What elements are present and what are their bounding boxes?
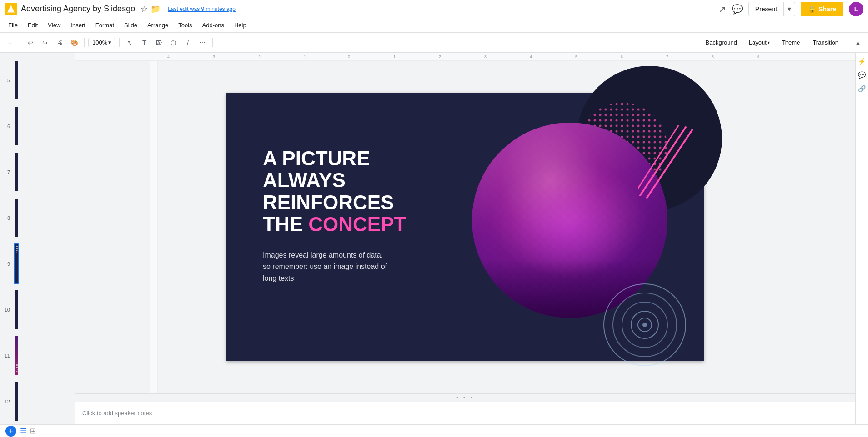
transition-button[interactable]: Transition [807, 37, 844, 48]
layout-button[interactable]: Layout ▾ [744, 37, 774, 48]
canvas-scroll[interactable]: -1 0 1 2 3 [75, 61, 855, 393]
present-label[interactable]: Present [749, 2, 783, 16]
shape-tool[interactable]: ⬡ [167, 36, 180, 49]
svg-text:6: 6 [621, 55, 623, 59]
right-panel-comment-icon[interactable]: 💬 [857, 70, 867, 80]
collapse-panel-button[interactable]: ▲ [852, 36, 864, 49]
menu-help[interactable]: Help [230, 20, 251, 30]
slide-wrapper-8: 8 WHAT DO WE DO? [0, 196, 75, 240]
slide-item-7[interactable]: WHAT SETS US APART? [14, 152, 19, 192]
svg-text:-4: -4 [166, 55, 170, 59]
menu-addons[interactable]: Add-ons [198, 20, 229, 30]
slide-wrapper-11: 11 A PICTURE IS WORTH ATHOUSAND WORDS [0, 333, 75, 377]
slide-wrapper-5: 5 OUR AGENCY 01 [0, 58, 75, 102]
star-icon[interactable]: ☆ [140, 4, 148, 14]
slide-number-10: 10 [0, 307, 10, 313]
headline-line1: A PICTURE [263, 148, 406, 169]
concentric-circles-decoration [599, 279, 690, 370]
menu-format[interactable]: Format [91, 20, 119, 30]
folder-icon[interactable]: 📁 [151, 4, 161, 14]
add-button[interactable]: + [4, 36, 16, 49]
right-panel-link-icon[interactable]: 🔗 [857, 84, 867, 94]
headline-line2: ALWAYS [263, 169, 406, 191]
slide-wrapper-12: 12 WHAT DO WE OFFER? [0, 379, 75, 423]
slide-subtext: Images reveal large amounts of data, so … [263, 249, 390, 284]
svg-text:-1: -1 [302, 55, 306, 59]
more-tools[interactable]: ⋯ [196, 36, 209, 49]
comment-icon[interactable]: 💬 [732, 4, 743, 15]
canvas-area: -4 -3 -2 -1 0 1 2 3 4 5 6 7 8 9 [75, 53, 855, 424]
slide-item-12[interactable]: WHAT DO WE OFFER? [14, 381, 19, 422]
slides-panel: 5 OUR AGENCY 01 6 OUR EVOLUTION [0, 53, 75, 424]
resize-handle[interactable]: • • • [75, 393, 855, 402]
image-tool[interactable]: 🖼 [152, 36, 165, 49]
pink-lines-decoration [638, 125, 697, 202]
avatar[interactable]: L [849, 2, 863, 16]
svg-text:4: 4 [530, 55, 532, 59]
menu-tools[interactable]: Tools [174, 20, 196, 30]
right-panel-explore-icon[interactable]: ⚡ [857, 56, 867, 66]
slide-item-10[interactable]: GET TO KNOW US BETTER [14, 289, 19, 330]
svg-text:7: 7 [666, 55, 668, 59]
ruler-horizontal: -4 -3 -2 -1 0 1 2 3 4 5 6 7 8 9 [75, 53, 855, 61]
svg-text:-3: -3 [211, 55, 215, 59]
headline-line4-white: THE [263, 213, 303, 235]
menu-edit[interactable]: Edit [23, 20, 42, 30]
menu-slide[interactable]: Slide [120, 20, 142, 30]
trend-icon[interactable]: ↗ [718, 4, 726, 15]
slide-item-8[interactable]: WHAT DO WE DO? [14, 198, 19, 238]
redo-button[interactable]: ↪ [39, 36, 51, 49]
slide-item-9[interactable]: A PICTUREALWAYSREINFORCESCONCEPT [14, 243, 19, 284]
speaker-notes[interactable]: Click to add speaker notes [75, 402, 855, 424]
slide-item-11[interactable]: A PICTURE IS WORTH ATHOUSAND WORDS [14, 335, 19, 376]
bottom-view-icons: + ☰ ⊞ [5, 426, 36, 437]
slide-number-11: 11 [0, 353, 10, 358]
grid-view-button[interactable]: ⊞ [30, 427, 36, 435]
slide-canvas[interactable]: A PICTURE ALWAYS REINFORCES THE CONCEPT … [226, 93, 704, 361]
toolbar: + ↩ ↪ 🖨 🎨 100% ▾ ↖ T 🖼 ⬡ / ⋯ Background … [0, 33, 868, 53]
zoom-label: 100% [92, 39, 107, 46]
theme-button[interactable]: Theme [776, 37, 805, 48]
undo-button[interactable]: ↩ [24, 36, 37, 49]
paint-format-button[interactable]: 🎨 [68, 36, 80, 49]
slide-item-5[interactable]: OUR AGENCY 01 [14, 60, 19, 100]
menu-file[interactable]: File [4, 20, 22, 30]
svg-rect-0 [75, 53, 855, 61]
svg-text:8: 8 [712, 55, 714, 59]
menu-arrange[interactable]: Arrange [143, 20, 173, 30]
layout-dropdown-icon: ▾ [768, 40, 770, 45]
headline-line4-pink: CONCEPT [308, 213, 406, 235]
menu-insert[interactable]: Insert [66, 20, 90, 30]
line-tool[interactable]: / [181, 36, 194, 49]
resize-dots: • • • [456, 395, 474, 401]
topbar: Advertising Agency by Slidesgo ☆ 📁 Last … [0, 0, 868, 18]
slide-number-8: 8 [0, 215, 10, 221]
slide-number-7: 7 [0, 169, 10, 175]
share-button[interactable]: 🔒 Share [801, 2, 843, 16]
slide-wrapper-10: 10 GET TO KNOW US BETTER [0, 288, 75, 332]
add-slide-button[interactable]: + [5, 426, 16, 437]
present-dropdown-arrow[interactable]: ▾ [783, 2, 795, 16]
slide-wrapper-7: 7 WHAT SETS US APART? [0, 150, 75, 194]
zoom-control[interactable]: 100% ▾ [88, 38, 115, 47]
menubar: File Edit View Insert Format Slide Arran… [0, 18, 868, 33]
lock-icon: 🔒 [808, 5, 816, 13]
present-button[interactable]: Present ▾ [748, 2, 795, 16]
right-panel: ⚡ 💬 🔗 [855, 53, 868, 424]
slide-number-6: 6 [0, 124, 10, 129]
share-label: Share [818, 5, 836, 13]
cursor-tool[interactable]: ↖ [123, 36, 136, 49]
print-button[interactable]: 🖨 [53, 36, 66, 49]
text-tool[interactable]: T [138, 36, 151, 49]
doc-title: Advertising Agency by Slidesgo [21, 4, 135, 14]
svg-line-27 [640, 127, 686, 195]
bottom-bar: + ☰ ⊞ [0, 424, 868, 437]
filmstrip-view-button[interactable]: ☰ [20, 427, 26, 435]
slide-item-6[interactable]: OUR EVOLUTION [14, 106, 19, 146]
slide-number-12: 12 [0, 399, 10, 404]
menu-view[interactable]: View [43, 20, 65, 30]
headline: A PICTURE ALWAYS REINFORCES THE CONCEPT [263, 148, 406, 236]
zoom-dropdown-icon: ▾ [108, 39, 111, 46]
background-button[interactable]: Background [700, 37, 742, 48]
edit-status[interactable]: Last edit was 9 minutes ago [168, 6, 236, 12]
